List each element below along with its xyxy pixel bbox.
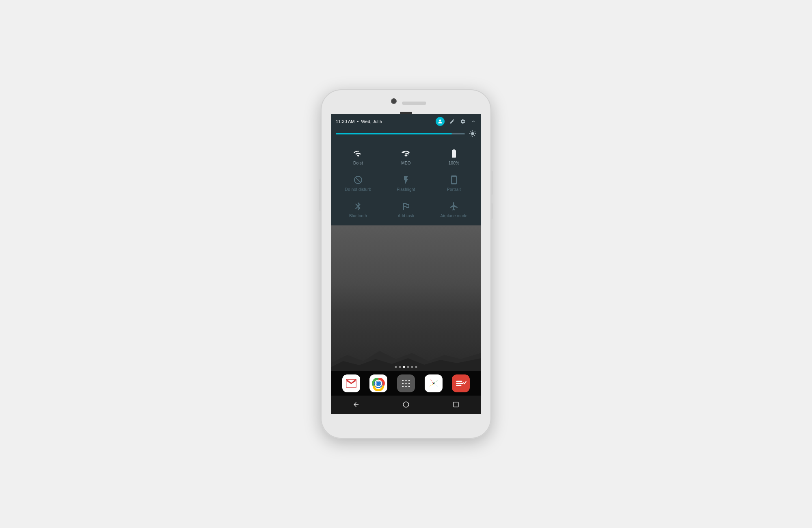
phone-screen: 11:30 AM • Wed, Jul 5 <box>331 114 481 414</box>
tile-dnd[interactable]: Do not disturb <box>334 169 382 196</box>
qs-tiles-grid: Doist MEO <box>331 141 481 225</box>
back-button[interactable] <box>349 400 363 409</box>
settings-icon[interactable] <box>460 119 466 124</box>
svg-point-18 <box>433 383 434 384</box>
user-avatar-icon[interactable] <box>436 117 445 126</box>
app-drawer-icon[interactable] <box>397 374 415 392</box>
power-button[interactable] <box>491 171 493 195</box>
page-dot-2 <box>399 366 401 368</box>
battery-icon <box>449 149 459 158</box>
bluetooth-icon <box>353 201 363 211</box>
recents-button[interactable] <box>449 400 463 409</box>
brightness-icon <box>469 130 476 137</box>
gmail-app-icon[interactable] <box>342 374 360 392</box>
page-dot-3 <box>403 366 405 368</box>
tile-battery[interactable]: 100% <box>430 143 478 169</box>
flashlight-icon <box>401 175 411 185</box>
tile-airplane[interactable]: Airplane mode <box>430 196 478 222</box>
addtask-icon <box>401 201 411 211</box>
svg-point-9 <box>405 380 406 381</box>
tile-wifi-label: Doist <box>353 161 363 165</box>
collapse-icon[interactable] <box>471 119 476 124</box>
status-time-date: 11:30 AM • Wed, Jul 5 <box>336 119 382 124</box>
tile-dnd-label: Do not disturb <box>345 187 371 192</box>
page-dot-1 <box>395 366 397 368</box>
earpiece-speaker <box>402 102 426 105</box>
svg-point-13 <box>408 383 410 384</box>
chrome-app-icon[interactable] <box>369 374 387 392</box>
volume-up-button[interactable] <box>319 179 321 211</box>
tile-signal-label: MEO <box>401 161 410 165</box>
tile-addtask[interactable]: Add task <box>382 196 430 222</box>
tile-battery-label: 100% <box>449 161 459 165</box>
svg-point-20 <box>403 402 409 407</box>
svg-point-11 <box>402 383 404 384</box>
tile-airplane-label: Airplane mode <box>440 214 467 218</box>
svg-point-7 <box>377 382 380 385</box>
navigation-bar <box>331 396 481 414</box>
tile-addtask-label: Add task <box>398 214 415 218</box>
home-button[interactable] <box>399 400 413 409</box>
svg-point-16 <box>408 386 410 387</box>
svg-point-14 <box>402 386 404 387</box>
tile-portrait[interactable]: Portrait <box>430 169 478 196</box>
dnd-icon <box>353 175 363 185</box>
app-dock <box>331 371 481 396</box>
page-dot-5 <box>411 366 413 368</box>
svg-point-12 <box>405 383 406 384</box>
homescreen[interactable] <box>331 225 481 371</box>
pinwheel-app-icon[interactable] <box>425 374 443 392</box>
tile-wifi[interactable]: Doist <box>334 143 382 169</box>
brightness-row[interactable] <box>331 128 481 141</box>
brightness-fill <box>336 133 452 134</box>
wifi-icon <box>353 149 363 158</box>
tile-flashlight-label: Flashlight <box>397 187 415 192</box>
status-time: 11:30 AM <box>336 119 354 124</box>
brightness-slider[interactable] <box>336 133 465 134</box>
tile-signal[interactable]: MEO <box>382 143 430 169</box>
tile-flashlight[interactable]: Flashlight <box>382 169 430 196</box>
volume-down-button[interactable] <box>491 203 493 219</box>
quick-settings-panel: 11:30 AM • Wed, Jul 5 <box>331 114 481 225</box>
svg-rect-21 <box>454 402 458 407</box>
svg-point-15 <box>405 386 406 387</box>
svg-point-0 <box>439 119 441 121</box>
tile-bluetooth[interactable]: Bluetooth <box>334 196 382 222</box>
front-camera <box>391 98 397 104</box>
tile-portrait-label: Portrait <box>447 187 461 192</box>
portrait-icon <box>449 175 459 185</box>
page-dot-6 <box>415 366 417 368</box>
phone-device: 11:30 AM • Wed, Jul 5 <box>321 89 491 439</box>
todoist-app-icon[interactable] <box>452 374 470 392</box>
page-dot-4 <box>407 366 409 368</box>
page-indicators <box>395 366 417 368</box>
svg-point-8 <box>402 380 404 381</box>
qs-header: 11:30 AM • Wed, Jul 5 <box>331 114 481 128</box>
svg-point-10 <box>408 380 410 381</box>
tile-bluetooth-label: Bluetooth <box>349 214 367 218</box>
status-date: Wed, Jul 5 <box>361 119 382 124</box>
signal-icon <box>401 149 411 158</box>
airplane-icon <box>449 201 459 211</box>
edit-icon[interactable] <box>449 119 455 124</box>
qs-header-icons <box>436 117 476 126</box>
